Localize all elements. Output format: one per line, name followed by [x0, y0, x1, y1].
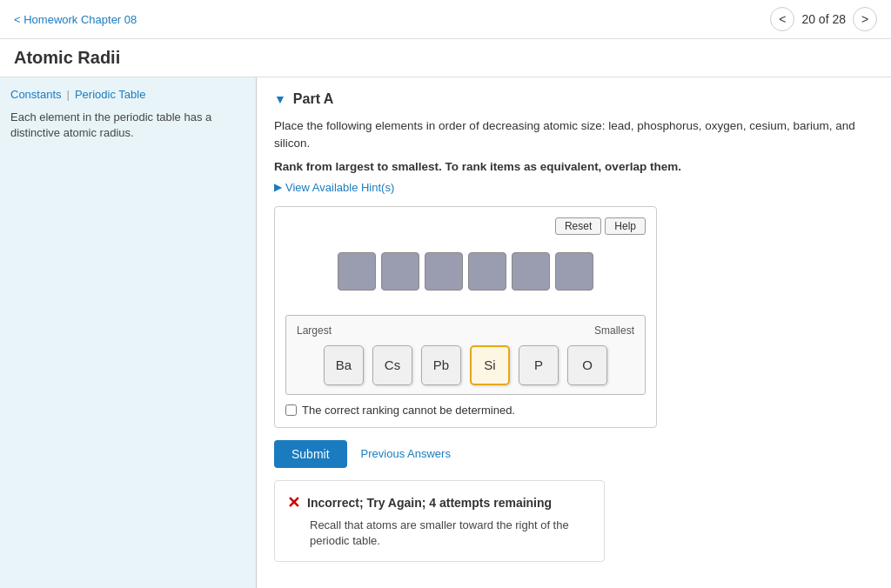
nav-controls: < 20 of 28 > [770, 7, 877, 31]
previous-answers-link[interactable]: Previous Answers [361, 447, 451, 460]
question-text: Place the following elements in order of… [274, 117, 874, 153]
feedback-message: Recall that atoms are smaller toward the… [310, 518, 592, 549]
drop-slots [285, 244, 646, 299]
periodic-table-link[interactable]: Periodic Table [75, 88, 145, 101]
largest-label: Largest [297, 324, 332, 337]
content-area: ▼ Part A Place the following elements in… [257, 77, 891, 588]
checkbox-row: The correct ranking cannot be determined… [285, 404, 646, 417]
feedback-header: ✕ Incorrect; Try Again; 4 attempts remai… [287, 493, 592, 512]
nav-counter: 20 of 28 [801, 12, 846, 26]
drop-slot-1[interactable] [338, 252, 376, 291]
next-nav-button[interactable]: > [853, 7, 877, 31]
element-p[interactable]: P [519, 345, 559, 385]
hint-label: View Available Hint(s) [285, 181, 394, 194]
feedback-box: ✕ Incorrect; Try Again; 4 attempts remai… [274, 480, 605, 562]
main-layout: Constants | Periodic Table Each element … [0, 77, 891, 588]
sidebar-description: Each element in the periodic table has a… [10, 110, 245, 141]
no-rank-checkbox[interactable] [285, 404, 297, 416]
no-rank-label: The correct ranking cannot be determined… [302, 404, 515, 417]
element-o[interactable]: O [567, 345, 607, 385]
reset-button[interactable]: Reset [555, 217, 601, 235]
page-title: Atomic Radii [14, 48, 877, 68]
sidebar: Constants | Periodic Table Each element … [0, 77, 257, 588]
sidebar-separator: | [67, 88, 70, 101]
top-header: < Homework Chapter 08 < 20 of 28 > [0, 0, 891, 39]
element-cs[interactable]: Cs [372, 345, 412, 385]
submit-row: Submit Previous Answers [274, 440, 874, 468]
ranking-labels-area: Largest Smallest Ba Cs Pb Si P O [285, 315, 646, 395]
sidebar-links: Constants | Periodic Table [10, 88, 245, 101]
feedback-x-icon: ✕ [287, 493, 300, 512]
drop-slot-2[interactable] [381, 252, 419, 291]
drop-slot-5[interactable] [512, 252, 550, 291]
smallest-label: Smallest [594, 324, 634, 337]
ranking-top-buttons: Reset Help [285, 217, 646, 235]
prev-nav-button[interactable]: < [770, 7, 794, 31]
help-button[interactable]: Help [605, 217, 646, 235]
part-header: ▼ Part A [274, 91, 874, 107]
feedback-title: Incorrect; Try Again; 4 attempts remaini… [307, 496, 552, 510]
drop-slot-4[interactable] [468, 252, 506, 291]
hint-arrow-icon: ▶ [274, 181, 282, 193]
page-title-bar: Atomic Radii [0, 39, 891, 77]
question-instruction: Rank from largest to smallest. To rank i… [274, 158, 874, 176]
element-pb[interactable]: Pb [421, 345, 461, 385]
element-ba[interactable]: Ba [324, 345, 364, 385]
element-si[interactable]: Si [470, 345, 510, 385]
drop-slot-3[interactable] [425, 252, 463, 291]
hint-link[interactable]: ▶ View Available Hint(s) [274, 181, 874, 194]
ranking-container: Reset Help Largest Smallest Ba [274, 206, 657, 428]
part-title: Part A [293, 91, 334, 107]
breadcrumb-link[interactable]: < Homework Chapter 08 [14, 13, 137, 26]
ranking-labels-row: Largest Smallest [297, 324, 634, 337]
drop-slot-6[interactable] [555, 252, 593, 291]
submit-button[interactable]: Submit [274, 440, 347, 468]
constants-link[interactable]: Constants [10, 88, 62, 101]
elements-row: Ba Cs Pb Si P O [297, 345, 634, 385]
part-arrow-icon: ▼ [274, 92, 286, 106]
